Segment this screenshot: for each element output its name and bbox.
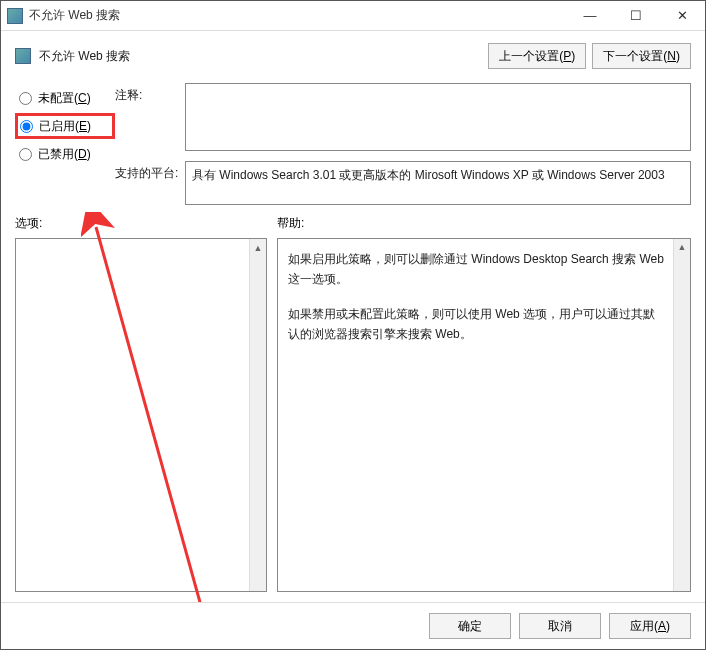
comment-textarea[interactable] <box>185 83 691 151</box>
prev-label: 上一个设置( <box>499 48 563 65</box>
prev-suffix: ) <box>571 49 575 63</box>
scroll-up-icon[interactable]: ▲ <box>674 239 690 256</box>
radio-label: 已禁用( <box>38 147 78 161</box>
minimize-button[interactable]: — <box>567 1 613 30</box>
radio-suffix: ) <box>87 119 91 133</box>
labels-column: 注释: 支持的平台: <box>115 83 185 182</box>
radio-disabled[interactable]: 已禁用(D) <box>15 141 115 167</box>
content-area: 未配置(C) 已启用(E) 已禁用(D) 注释: 支持的平台: 具有 Windo… <box>1 77 705 602</box>
next-suffix: ) <box>676 49 680 63</box>
help-paragraph: 如果启用此策略，则可以删除通过 Windows Desktop Search 搜… <box>288 249 664 290</box>
comment-label: 注释: <box>115 87 185 165</box>
ok-button[interactable]: 确定 <box>429 613 511 639</box>
prev-key: P <box>563 49 571 63</box>
options-label: 选项: <box>15 215 277 232</box>
cancel-button[interactable]: 取消 <box>519 613 601 639</box>
scroll-up-icon[interactable]: ▲ <box>250 239 266 256</box>
maximize-button[interactable]: ☐ <box>613 1 659 30</box>
window-title: 不允许 Web 搜索 <box>29 7 567 24</box>
policy-title: 不允许 Web 搜索 <box>39 48 482 65</box>
header-row: 不允许 Web 搜索 上一个设置(P) 下一个设置(N) <box>1 31 705 77</box>
next-label: 下一个设置( <box>603 48 667 65</box>
radio-label: 已启用( <box>39 119 79 133</box>
radio-label: 未配置( <box>38 91 78 105</box>
next-key: N <box>667 49 676 63</box>
radio-suffix: ) <box>87 91 91 105</box>
radio-not-configured[interactable]: 未配置(C) <box>15 85 115 111</box>
help-panel: 如果启用此策略，则可以删除通过 Windows Desktop Search 搜… <box>277 238 691 592</box>
radio-key: C <box>78 91 87 105</box>
apply-label: 应用( <box>630 618 658 635</box>
state-radio-group: 未配置(C) 已启用(E) 已禁用(D) <box>15 83 115 169</box>
prev-setting-button[interactable]: 上一个设置(P) <box>488 43 586 69</box>
platform-label: 支持的平台: <box>115 165 185 182</box>
radio-suffix: ) <box>87 147 91 161</box>
radio-enabled[interactable]: 已启用(E) <box>15 113 115 139</box>
policy-icon <box>15 48 31 64</box>
apply-suffix: ) <box>666 619 670 633</box>
dialog-footer: 确定 取消 应用(A) <box>1 602 705 649</box>
radio-key: E <box>79 119 87 133</box>
radio-not-configured-input[interactable] <box>19 92 32 105</box>
supported-platform-box: 具有 Windows Search 3.01 或更高版本的 Mirosoft W… <box>185 161 691 205</box>
scrollbar[interactable]: ▲ <box>249 239 266 591</box>
next-setting-button[interactable]: 下一个设置(N) <box>592 43 691 69</box>
policy-icon <box>7 8 23 24</box>
apply-key: A <box>658 619 666 633</box>
radio-disabled-input[interactable] <box>19 148 32 161</box>
radio-key: D <box>78 147 87 161</box>
help-label: 帮助: <box>277 215 691 232</box>
scrollbar[interactable]: ▲ <box>673 239 690 591</box>
policy-editor-window: 不允许 Web 搜索 — ☐ ✕ 不允许 Web 搜索 上一个设置(P) 下一个… <box>0 0 706 650</box>
apply-button[interactable]: 应用(A) <box>609 613 691 639</box>
titlebar[interactable]: 不允许 Web 搜索 — ☐ ✕ <box>1 1 705 31</box>
options-panel[interactable]: ▲ <box>15 238 267 592</box>
radio-enabled-input[interactable] <box>20 120 33 133</box>
help-paragraph: 如果禁用或未配置此策略，则可以使用 Web 选项，用户可以通过其默认的浏览器搜索… <box>288 304 664 345</box>
close-button[interactable]: ✕ <box>659 1 705 30</box>
